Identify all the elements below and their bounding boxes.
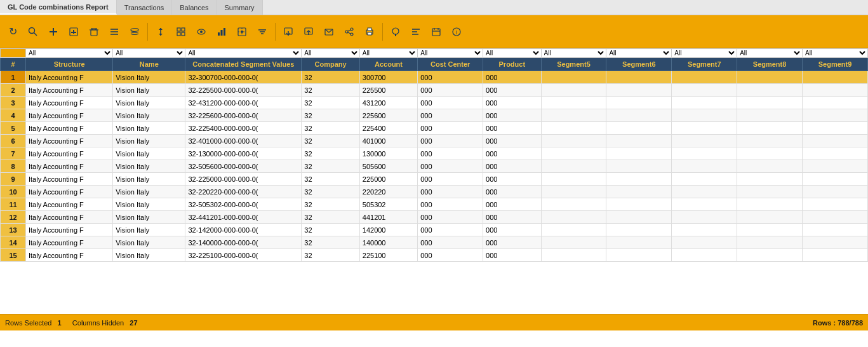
table-row[interactable]: 2Italy Accounting FVision Italy32-225500… [1,84,868,97]
rows-selected-label: Rows Selected 1 [5,319,62,327]
paint-button[interactable] [387,23,404,41]
svg-point-39 [345,31,348,33]
table-row[interactable]: 15Italy Accounting FVision Italy32-22510… [1,249,868,262]
sort-button[interactable] [152,23,170,41]
email-button[interactable] [320,23,338,41]
table-row[interactable]: 9Italy Accounting FVision Italy32-225000… [1,173,868,186]
paint-icon [391,27,401,37]
filter-concat-select[interactable]: All [185,49,301,57]
col-header-seg5[interactable]: Segment5 [541,58,606,71]
import-button[interactable] [300,23,317,41]
tab-summary[interactable]: Summary [217,0,263,15]
chart-button[interactable] [213,23,230,41]
col-header-name[interactable]: Name [113,58,185,71]
filter-settings-button[interactable] [253,23,271,41]
filter-seg9[interactable]: All [803,49,868,58]
cell-name: Vision Italy [113,71,185,84]
delete-icon [89,27,99,37]
filter-seg5-select[interactable]: All [542,49,606,57]
filter-costcenter[interactable]: All [418,49,483,58]
col-header-account[interactable]: Account [359,58,417,71]
filter-seg6-select[interactable]: All [606,49,671,57]
pivot-button[interactable] [233,23,251,41]
grid-button[interactable] [172,23,190,41]
cell-account: 505600 [359,160,417,173]
format-button[interactable] [407,23,425,41]
filter-name-select[interactable]: All [113,49,185,57]
table-row[interactable]: 8Italy Accounting FVision Italy32-505600… [1,160,868,173]
cell-account: 220220 [359,186,417,198]
cell-seg9 [803,84,868,97]
table-row[interactable]: 4Italy Accounting FVision Italy32-225600… [1,109,868,122]
data-table-container[interactable]: All All All All All All All [0,48,868,314]
cell-seg7 [672,236,737,249]
filter-seg8-select[interactable]: All [737,49,802,57]
filter-name[interactable]: All [113,49,185,58]
cell-name: Vision Italy [113,122,185,135]
filter-seg6[interactable]: All [606,49,672,58]
tab-transactions[interactable]: Transactions [117,0,173,15]
filter-concat[interactable]: All [185,49,302,58]
tab-balances[interactable]: Balances [172,0,217,15]
layers-icon [130,27,140,37]
col-header-costcenter[interactable]: Cost Center [418,58,483,71]
table-row[interactable]: 10Italy Accounting FVision Italy32-22022… [1,186,868,198]
cell-seg8 [737,249,803,262]
table-row[interactable]: 14Italy Accounting FVision Italy32-14000… [1,236,868,249]
filter-structure-select[interactable]: All [26,49,112,57]
col-header-seg9[interactable]: Segment9 [803,58,868,71]
delete-button[interactable] [85,23,103,41]
col-header-seg8[interactable]: Segment8 [737,58,803,71]
cell-seg7 [672,211,737,224]
filter-company-select[interactable]: All [302,49,359,57]
table-row[interactable]: 11Italy Accounting FVision Italy32-50530… [1,198,868,211]
table-row[interactable]: 6Italy Accounting FVision Italy32-401000… [1,135,868,147]
filter-company[interactable]: All [302,49,359,58]
cell-name: Vision Italy [113,173,185,186]
edit-list-button[interactable] [105,23,123,41]
info-button[interactable]: i [448,23,465,41]
view-button[interactable] [192,23,210,41]
col-header-concat[interactable]: Concatenated Segment Values [185,58,302,71]
cell-seg5 [541,186,606,198]
table-row[interactable]: 13Italy Accounting FVision Italy32-14200… [1,224,868,236]
export-button[interactable] [279,23,297,41]
filter-seg5[interactable]: All [541,49,606,58]
col-header-seg6[interactable]: Segment6 [606,58,672,71]
filter-account[interactable]: All [359,49,417,58]
col-header-structure[interactable]: Structure [26,58,113,71]
cell-company: 32 [302,198,359,211]
add-button[interactable] [44,23,62,41]
add-detail-button[interactable] [65,23,83,41]
filter-product-select[interactable]: All [483,49,540,57]
cell-account: 140000 [359,236,417,249]
table-row[interactable]: 5Italy Accounting FVision Italy32-225400… [1,122,868,135]
filter-seg7-select[interactable]: All [672,49,737,57]
table-row[interactable]: 12Italy Accounting FVision Italy32-44120… [1,211,868,224]
filter-seg8[interactable]: All [737,49,803,58]
status-bar: Rows Selected 1 Columns Hidden 27 Rows :… [0,314,868,330]
table-row[interactable]: 7Italy Accounting FVision Italy32-130000… [1,147,868,160]
filter-seg7[interactable]: All [672,49,737,58]
cell-seg6 [606,84,672,97]
filter-product[interactable]: All [483,49,541,58]
calendar-button[interactable] [427,23,445,41]
cell-company: 32 [302,122,359,135]
search-button[interactable] [24,23,42,41]
filter-account-select[interactable]: All [360,49,417,57]
layers-button[interactable] [126,23,144,41]
col-header-company[interactable]: Company [302,58,359,71]
col-header-product[interactable]: Product [483,58,541,71]
print-button[interactable] [361,23,378,41]
filter-structure[interactable]: All [26,49,113,58]
tab-gl-code[interactable]: GL Code combinations Report [0,0,117,15]
share-button[interactable] [340,23,358,41]
table-row[interactable]: 1Italy Accounting FVision Italy32-300700… [1,71,868,84]
cell-concat: 32-140000-000-000-0( [185,236,302,249]
table-row[interactable]: 3Italy Accounting FVision Italy32-431200… [1,97,868,109]
filter-costcenter-select[interactable]: All [418,49,483,57]
toolbar: ↻ [0,15,868,48]
col-header-seg7[interactable]: Segment7 [672,58,737,71]
refresh-button[interactable]: ↻ [4,23,22,41]
filter-seg9-select[interactable]: All [803,49,867,57]
